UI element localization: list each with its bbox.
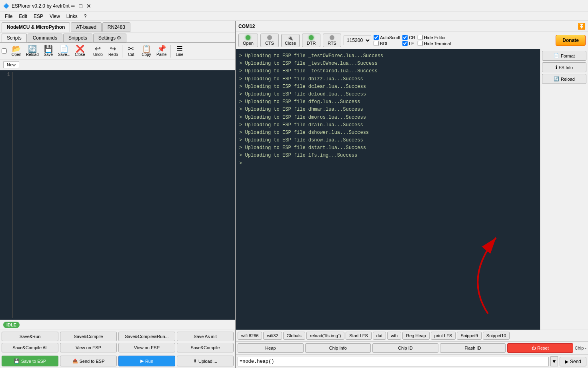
- close-button[interactable]: 🔌 Close: [281, 34, 300, 47]
- view-on-esp-button2[interactable]: View on ESP: [118, 343, 175, 352]
- hide-editor-label[interactable]: Hide Editor: [418, 35, 451, 40]
- cts-button[interactable]: CTS: [260, 34, 279, 47]
- subtab-settings[interactable]: Settings ⚙: [93, 34, 127, 42]
- menu-help[interactable]: ?: [81, 13, 90, 20]
- right-sidebar: 📄 Format ℹ FS Info 🔄 Reload: [540, 49, 588, 330]
- reload-icon: 🔄: [28, 45, 37, 52]
- command-input[interactable]: [238, 357, 549, 366]
- run-button[interactable]: ▶ Run: [118, 356, 175, 366]
- toolbar-saveas[interactable]: 📄 Save...: [56, 44, 72, 58]
- toolbar-undo[interactable]: ↩ Undo: [91, 44, 105, 58]
- autoscroll-label[interactable]: AutoScroll: [374, 35, 400, 40]
- status-bar: IDLE: [0, 320, 235, 330]
- dat-button[interactable]: dat: [373, 332, 386, 340]
- snippet9-button[interactable]: Snippet9: [457, 332, 481, 340]
- subtab-snippets[interactable]: Snippets: [63, 34, 92, 42]
- format-button[interactable]: 📄 Format: [542, 51, 586, 61]
- donate-button[interactable]: Donate: [556, 35, 586, 46]
- paste-icon: 📌: [157, 45, 166, 52]
- chip-id-button[interactable]: Chip ID: [372, 343, 438, 353]
- right-panel: COM12 ⏬ Open CTS 🔌 Close DTR R: [236, 21, 588, 368]
- flash-id-button[interactable]: Flash ID: [440, 343, 506, 353]
- wth-button[interactable]: wth: [387, 332, 401, 340]
- rts-button[interactable]: RTS: [323, 34, 341, 47]
- toolbar-redo[interactable]: ↪ Redo: [106, 44, 120, 58]
- close-button[interactable]: ✕: [86, 3, 92, 9]
- close-icon: 🔌: [288, 36, 293, 41]
- reset-button[interactable]: ⏻ Reset: [507, 343, 573, 353]
- cr-checkbox[interactable]: [402, 35, 408, 40]
- minimize-button[interactable]: ━: [70, 3, 76, 9]
- hide-editor-checkbox[interactable]: [418, 35, 423, 40]
- toolbar-copy[interactable]: 📋 Copy: [139, 44, 154, 58]
- save-to-esp-button[interactable]: 💾 Save to ESP: [2, 356, 58, 366]
- term-line: > Uploading to ESP file dsnow.lua...Succ…: [239, 137, 537, 144]
- snippet10-button[interactable]: Snippet10: [483, 332, 510, 340]
- send-to-esp-button[interactable]: 📤 Send to ESP: [60, 356, 117, 366]
- toolbar-separator2: [122, 45, 122, 58]
- reload-esp-button[interactable]: 🔄 Reload: [542, 74, 586, 84]
- hide-terminal-label[interactable]: Hide Terminal: [418, 41, 451, 46]
- menu-esp[interactable]: ESP: [30, 13, 46, 20]
- subtab-commands[interactable]: Commands: [28, 34, 62, 42]
- bdl-checkbox[interactable]: [374, 41, 379, 46]
- fs-info-button[interactable]: ℹ FS Info: [542, 62, 586, 72]
- tab-nodemcu[interactable]: NodeMCU & MicroPython: [2, 22, 70, 32]
- lf-label[interactable]: LF: [402, 41, 415, 46]
- open-button[interactable]: Open: [238, 34, 258, 47]
- menu-links[interactable]: Links: [63, 13, 81, 20]
- save-compile-run-button[interactable]: Save&Compile&Run...: [118, 332, 175, 341]
- toolbar-open[interactable]: 📂 Open: [9, 44, 24, 58]
- hide-terminal-checkbox[interactable]: [418, 41, 423, 46]
- menu-view[interactable]: View: [46, 13, 63, 20]
- globals-button[interactable]: Globals: [283, 332, 305, 340]
- tab-at-based[interactable]: AT-based: [71, 22, 101, 32]
- subtab-scripts[interactable]: Scripts: [2, 34, 27, 42]
- lf-checkbox[interactable]: [402, 41, 408, 46]
- new-tab-area: New: [0, 60, 235, 70]
- scroll-to-end-icon[interactable]: ⏬: [578, 22, 586, 30]
- print-lfs-button[interactable]: print LFS: [431, 332, 456, 340]
- view-on-esp-button1[interactable]: View on ESP: [60, 343, 117, 352]
- save-compile-all-button[interactable]: Save&Compile All: [2, 343, 58, 352]
- wifi8266-button[interactable]: wifi 8266: [238, 332, 262, 340]
- toolbar-cut[interactable]: ✂ Cut: [124, 44, 138, 58]
- upload-button[interactable]: ⬆ Upload ...: [177, 356, 234, 366]
- baud-rate-select[interactable]: 115200 9600 19200 38400 57600 230400: [344, 36, 371, 45]
- toolbar-line[interactable]: ☰ Line: [172, 44, 187, 58]
- start-lfs-button[interactable]: Start LFS: [346, 332, 371, 340]
- save-compile-button2[interactable]: Save&Compile: [177, 343, 234, 352]
- heap-button[interactable]: Heap: [238, 343, 304, 353]
- reload-lfs-button[interactable]: reload("lfs.img"): [306, 332, 345, 340]
- autoscroll-checkbox[interactable]: [374, 35, 379, 40]
- new-tab-button[interactable]: New: [3, 61, 19, 68]
- save-as-init-button[interactable]: Save As init: [177, 332, 234, 341]
- toolbar-reload[interactable]: 🔄 Reload: [24, 44, 40, 58]
- dtr-button[interactable]: DTR: [302, 34, 320, 47]
- undo-icon: ↩: [95, 45, 101, 52]
- tab-rn2483[interactable]: RN2483: [102, 22, 130, 32]
- menu-edit[interactable]: Edit: [16, 13, 30, 20]
- toolbar-paste[interactable]: 📌 Paste: [154, 44, 169, 58]
- term-line: > Uploading to ESP file dhmar.lua...Succ…: [239, 106, 537, 113]
- left-panel: NodeMCU & MicroPython AT-based RN2483 Sc…: [0, 21, 236, 368]
- bdl-label[interactable]: BDL: [374, 41, 400, 46]
- save-compile-button[interactable]: Save&Compile: [60, 332, 117, 341]
- toolbar-save[interactable]: 💾 Save: [41, 44, 56, 58]
- wifi32-button[interactable]: wifi32: [263, 332, 282, 340]
- send-button[interactable]: ▶ Send: [560, 357, 586, 366]
- reg-heap-button[interactable]: Reg Heap: [402, 332, 430, 340]
- editor-content[interactable]: [15, 72, 234, 318]
- checkbox-group3: Hide Editor Hide Terminal: [418, 35, 451, 46]
- menu-file[interactable]: File: [2, 13, 16, 20]
- main-layout: NodeMCU & MicroPython AT-based RN2483 Sc…: [0, 21, 588, 368]
- cr-label[interactable]: CR: [402, 35, 415, 40]
- command-input-row: ▼ ▶ Send: [236, 354, 588, 368]
- toolbar-checkbox[interactable]: [2, 48, 7, 54]
- toolbar-close[interactable]: ❌ Close: [73, 44, 87, 58]
- maximize-button[interactable]: □: [78, 3, 84, 9]
- cmd-dropdown-button[interactable]: ▼: [550, 356, 558, 366]
- save-run-button[interactable]: Save&Run: [2, 332, 58, 341]
- line-icon: ☰: [176, 45, 183, 52]
- chip-info-button[interactable]: Chip Info: [305, 343, 371, 353]
